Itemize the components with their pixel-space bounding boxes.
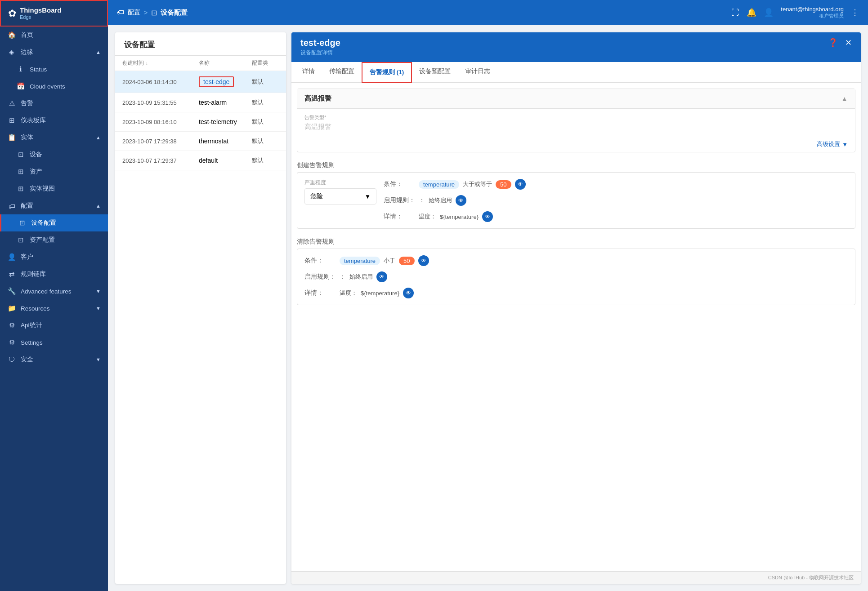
list-row[interactable]: 2023-10-09 15:31:55 test-alarm 默认	[115, 93, 286, 112]
row-name: test-telemetry	[199, 118, 252, 125]
config-icon: 🏷	[7, 202, 16, 210]
help-icon[interactable]: ❓	[828, 38, 838, 48]
sidebar-item-settings[interactable]: ⚙ Settings	[0, 334, 108, 351]
asset-icon: ⊞	[16, 168, 25, 176]
list-table: 创建时间 ↓ 名称 配置类 2024-03-06 18:14:30 test-e…	[115, 56, 286, 584]
sidebar-item-resources[interactable]: 📁 Resources ▼	[0, 300, 108, 317]
clear-condition-key-chip: temperature	[340, 257, 380, 265]
sidebar-item-alarm[interactable]: ⚠ 告警	[0, 95, 108, 112]
sidebar-item-label: 实体	[21, 133, 33, 142]
tab-device-provision[interactable]: 设备预配置	[412, 62, 458, 83]
clear-condition-op: 小于	[384, 257, 395, 265]
user-avatar-icon[interactable]: 👤	[764, 8, 774, 18]
sidebar-item-api-stats[interactable]: ⚙ Api统计	[0, 317, 108, 334]
clear-detail-view-icon[interactable]: 👁	[403, 288, 414, 298]
chevron-up-icon: ▲	[96, 135, 101, 140]
sidebar-item-device-profile[interactable]: ⊡ 设备配置	[0, 214, 108, 231]
sidebar-item-cloud-events[interactable]: 📅 Cloud events	[0, 78, 108, 95]
chevron-down-icon: ▼	[96, 289, 101, 294]
sidebar-item-asset[interactable]: ⊞ 资产	[0, 163, 108, 180]
breadcrumb: 🏷 配置 > ⊡ 设备配置	[117, 9, 188, 17]
logo[interactable]: ✿ ThingsBoard Edge	[0, 0, 108, 27]
customer-icon: 👤	[7, 253, 16, 261]
notification-icon[interactable]: 🔔	[747, 8, 756, 18]
alarm-section: 高温报警 ▲ 告警类型* 高温报警 高级设置 ▼	[297, 89, 855, 152]
condition-key-chip: temperature	[419, 180, 459, 189]
list-row[interactable]: 2023-10-07 17:29:38 thermostat 默认	[115, 132, 286, 151]
sidebar-item-advanced-features[interactable]: 🔧 Advanced features ▼	[0, 283, 108, 300]
tab-transport[interactable]: 传输配置	[322, 62, 362, 83]
alarm-type-value: 高温报警	[304, 123, 848, 131]
sidebar-item-label: 安全	[21, 355, 33, 364]
detail-view-icon[interactable]: 👁	[482, 211, 493, 222]
chevron-down-icon: ▼	[842, 141, 848, 148]
condition-row: 条件： temperature 大于或等于 50 👁	[384, 179, 848, 190]
detail-value: ${temperature}	[440, 213, 479, 220]
condition-view-icon[interactable]: 👁	[515, 179, 526, 190]
severity-area: 严重程度 危险 ▼	[304, 179, 376, 204]
clear-rule-box: 条件： temperature 小于 50 👁 启用规则： ： 始终启用 👁	[297, 249, 855, 305]
list-row[interactable]: 2024-03-06 18:14:30 test-edge 默认	[115, 71, 286, 93]
alarm-section-body: 告警类型* 高温报警	[297, 109, 855, 137]
sidebar-item-security[interactable]: 🛡 安全 ▼	[0, 351, 108, 368]
close-icon[interactable]: ✕	[845, 38, 852, 48]
severity-select[interactable]: 危险 ▼	[304, 188, 376, 204]
advanced-settings[interactable]: 高级设置 ▼	[297, 137, 855, 152]
row-date: 2023-10-07 17:29:37	[122, 157, 199, 164]
list-panel-header: 设备配置	[115, 32, 286, 56]
sidebar-item-label: Cloud events	[30, 83, 65, 90]
breadcrumb-device-icon: ⊡	[151, 9, 157, 17]
chevron-up-icon: ▲	[96, 49, 101, 55]
breadcrumb-current: 设备配置	[161, 9, 188, 17]
sidebar-item-label: 资产配置	[30, 236, 55, 244]
sidebar-item-label: Status	[30, 66, 47, 73]
sidebar-item-device[interactable]: ⊡ 设备	[0, 146, 108, 163]
detail-panel: test-edge 设备配置详情 ❓ ✕ 详情 传输配置 告警规则 (1)	[291, 32, 861, 584]
fullscreen-icon[interactable]: ⛶	[731, 8, 739, 18]
security-icon: 🛡	[7, 356, 16, 364]
api-stats-icon: ⚙	[7, 321, 16, 329]
clear-enable-view-icon[interactable]: 👁	[376, 271, 387, 282]
entity-view-icon: ⊞	[16, 185, 25, 193]
detail-content: 高温报警 ▲ 告警类型* 高温报警 高级设置 ▼ 创建告警规则	[291, 83, 861, 571]
detail-title: test-edge	[300, 38, 340, 48]
sidebar-item-dashboard[interactable]: ⊞ 仪表板库	[0, 112, 108, 129]
condition-op: 大于或等于	[463, 180, 492, 188]
row-type: 默认	[252, 78, 279, 86]
sidebar-item-entity-view[interactable]: ⊞ 实体视图	[0, 180, 108, 197]
tab-detail[interactable]: 详情	[295, 62, 322, 83]
sidebar-item-home[interactable]: 🏠 首页	[0, 27, 108, 44]
sidebar-item-edge[interactable]: ◈ 边缘 ▲	[0, 44, 108, 61]
tab-alarm-rules[interactable]: 告警规则 (1)	[362, 62, 412, 83]
list-row[interactable]: 2023-10-09 08:16:10 test-telemetry 默认	[115, 112, 286, 132]
sidebar-item-customer[interactable]: 👤 客户	[0, 249, 108, 266]
alarm-section-collapse-icon[interactable]: ▲	[841, 95, 848, 102]
sidebar-item-entity[interactable]: 📋 实体 ▲	[0, 129, 108, 146]
enable-value: 始终启用	[429, 196, 452, 204]
breadcrumb-config-icon: 🏷	[117, 9, 124, 17]
status-icon: ℹ	[16, 65, 25, 73]
tab-audit-log[interactable]: 审计日志	[458, 62, 497, 83]
enable-view-icon[interactable]: 👁	[456, 195, 466, 206]
clear-detail-colon: 温度：	[340, 289, 357, 297]
sidebar-item-status[interactable]: ℹ Status	[0, 61, 108, 78]
detail-header-actions: ❓ ✕	[828, 38, 852, 48]
breadcrumb-parent: 配置	[128, 9, 140, 17]
sidebar-item-config[interactable]: 🏷 配置 ▲	[0, 197, 108, 214]
alarm-type-label: 告警类型*	[304, 114, 848, 121]
topbar-actions: ⛶ 🔔 👤 tenant@thingsboard.org 租户管理员 ⋮	[731, 6, 859, 19]
cloud-events-icon: 📅	[16, 82, 25, 90]
sidebar-item-asset-profile[interactable]: ⊡ 资产配置	[0, 231, 108, 249]
detail-row: 详情： 温度： ${temperature} 👁	[384, 211, 848, 222]
list-row[interactable]: 2023-10-07 17:29:37 default 默认	[115, 151, 286, 170]
clear-condition-view-icon[interactable]: 👁	[418, 255, 429, 266]
sidebar-item-rule-chain[interactable]: ⇄ 规则链库	[0, 266, 108, 283]
clear-rule-section: 清除告警规则 条件： temperature 小于 50 👁 启用规则： ：	[291, 234, 861, 305]
dashboard-icon: ⊞	[7, 116, 16, 124]
footer-text: CSDN @IoTHub - 物联网开源技术社区	[768, 575, 854, 580]
more-options-icon[interactable]: ⋮	[851, 8, 859, 18]
user-info: tenant@thingsboard.org 租户管理员	[781, 6, 844, 19]
alarm-icon: ⚠	[7, 99, 16, 107]
list-col-headers: 创建时间 ↓ 名称 配置类	[115, 56, 286, 71]
clear-enable-label: 启用规则：	[304, 273, 336, 281]
